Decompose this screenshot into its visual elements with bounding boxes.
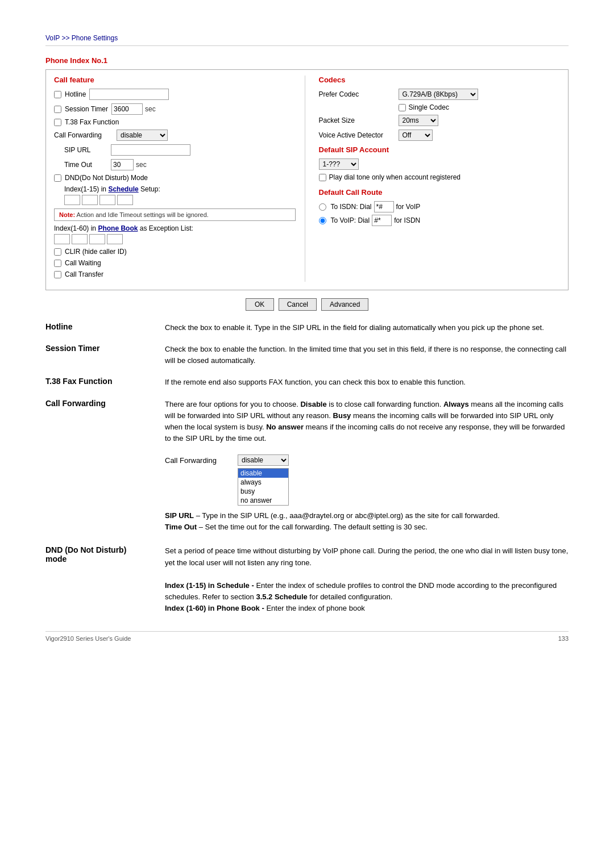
packet-size-label: Packet Size bbox=[319, 116, 399, 124]
help-dnd-desc: Set a period of peace time without distu… bbox=[165, 545, 569, 614]
session-timer-checkbox[interactable] bbox=[54, 106, 61, 113]
play-dial-label: Play dial tone only when account registe… bbox=[329, 173, 460, 181]
voice-active-row: Voice Active Detector Off On bbox=[319, 130, 561, 141]
help-session-timer-desc: Check the box to enable the function. In… bbox=[165, 344, 569, 366]
to-voip-radio[interactable] bbox=[319, 217, 326, 224]
footer-left: Vigor2910 Series User's Guide bbox=[45, 635, 131, 642]
ok-button[interactable]: OK bbox=[246, 298, 274, 311]
single-codec-label: Single Codec bbox=[409, 103, 449, 111]
help-t38-term: T.38 Fax Function bbox=[45, 377, 165, 388]
call-waiting-row: Call Waiting bbox=[54, 259, 296, 267]
phonebook-index-3[interactable] bbox=[89, 234, 105, 244]
cf-option-disable: disable bbox=[238, 469, 288, 478]
call-forwarding-select[interactable]: disable always busy no answer bbox=[117, 130, 168, 141]
to-voip-input[interactable] bbox=[372, 215, 392, 226]
voice-active-label: Voice Active Detector bbox=[319, 131, 399, 139]
cf-dropdown-label: Call Forwarding bbox=[165, 456, 233, 465]
help-hotline: Hotline Check the box to enable it. Type… bbox=[45, 322, 569, 333]
schedule-index-3[interactable] bbox=[99, 195, 115, 205]
sip-url-input[interactable] bbox=[111, 144, 190, 156]
section-title: Phone Index No.1 bbox=[45, 56, 569, 65]
call-waiting-checkbox[interactable] bbox=[54, 260, 61, 267]
main-panel: Call feature Hotline Session Timer sec T… bbox=[45, 69, 569, 290]
index-schedule-prefix: Index(1-15) in bbox=[64, 185, 106, 193]
play-dial-row: Play dial tone only when account registe… bbox=[319, 173, 561, 181]
phonebook-index-1[interactable] bbox=[54, 234, 70, 244]
help-hotline-term: Hotline bbox=[45, 322, 165, 333]
for-isdn-label: for ISDN bbox=[394, 216, 420, 224]
cf-dropdown-list: disable always busy no answer bbox=[238, 468, 289, 506]
help-session-timer: Session Timer Check the box to enable th… bbox=[45, 344, 569, 366]
single-codec-row: Single Codec bbox=[319, 103, 561, 111]
for-voip-label: for VoIP bbox=[396, 203, 421, 211]
packet-size-select[interactable]: 20ms 30ms 40ms bbox=[399, 115, 438, 126]
session-timer-input[interactable] bbox=[111, 103, 143, 115]
phonebook-link[interactable]: Phone Book bbox=[98, 224, 138, 232]
codecs-panel: Codecs Prefer Codec G.729A/B (8Kbps) G.7… bbox=[317, 76, 561, 282]
help-cf-sipurl: SIP URL – Type in the SIP URL (e.g., aaa… bbox=[165, 510, 569, 533]
timeout-row: Time Out sec bbox=[54, 159, 296, 170]
timeout-input[interactable] bbox=[111, 159, 134, 170]
t38-label: T.38 Fax Function bbox=[65, 118, 119, 126]
session-timer-label: Session Timer bbox=[65, 105, 108, 113]
to-isdn-input[interactable] bbox=[374, 201, 394, 212]
help-t38: T.38 Fax Function If the remote end also… bbox=[45, 377, 569, 388]
sip-account-select[interactable]: 1-??? bbox=[319, 158, 359, 170]
help-dnd: DND (Do Not Disturb)mode Set a period of… bbox=[45, 545, 569, 614]
advanced-button[interactable]: Advanced bbox=[321, 298, 368, 311]
hotline-checkbox[interactable] bbox=[54, 91, 61, 98]
t38-checkbox[interactable] bbox=[54, 119, 61, 126]
help-session-timer-term: Session Timer bbox=[45, 344, 165, 366]
breadcrumb: VoIP >> Phone Settings bbox=[45, 34, 569, 46]
timeout-unit: sec bbox=[136, 161, 147, 169]
sip-url-label: SIP URL bbox=[54, 146, 111, 154]
cancel-button[interactable]: Cancel bbox=[279, 298, 317, 311]
note-label: Note: bbox=[59, 211, 75, 218]
schedule-index-2[interactable] bbox=[82, 195, 98, 205]
phonebook-section: Index(1-60) in Phone Book as Exception L… bbox=[54, 224, 296, 244]
footer: Vigor2910 Series User's Guide 133 bbox=[45, 631, 569, 642]
play-dial-checkbox[interactable] bbox=[319, 174, 326, 181]
footer-right: 133 bbox=[558, 635, 569, 642]
hotline-row: Hotline bbox=[54, 89, 296, 100]
call-feature-panel: Call feature Hotline Session Timer sec T… bbox=[54, 76, 305, 282]
prefer-codec-label: Prefer Codec bbox=[319, 90, 399, 98]
hotline-input[interactable] bbox=[89, 89, 169, 100]
cf-inline-select[interactable]: disable always busy no answer bbox=[238, 454, 289, 466]
cf-dropdown-row: Call Forwarding disable always busy no a… bbox=[165, 454, 289, 466]
phonebook-index-4[interactable] bbox=[107, 234, 123, 244]
schedule-index-1[interactable] bbox=[64, 195, 80, 205]
prefer-codec-row: Prefer Codec G.729A/B (8Kbps) G.711A (64… bbox=[319, 89, 561, 100]
schedule-link[interactable]: Schedule bbox=[108, 185, 138, 193]
packet-size-row: Packet Size 20ms 30ms 40ms bbox=[319, 115, 561, 126]
call-transfer-checkbox[interactable] bbox=[54, 271, 61, 278]
call-forwarding-row: Call Forwarding disable always busy no a… bbox=[54, 130, 296, 141]
dnd-schedule-section: Index(1-15) in Schedule Setup: bbox=[54, 185, 296, 205]
session-timer-unit: sec bbox=[145, 105, 156, 113]
help-hotline-desc: Check the box to enable it. Type in the … bbox=[165, 322, 569, 333]
voice-active-select[interactable]: Off On bbox=[399, 130, 433, 141]
help-dnd-term: DND (Do Not Disturb)mode bbox=[45, 545, 165, 614]
setup-label: Setup: bbox=[140, 185, 160, 193]
single-codec-checkbox[interactable] bbox=[399, 104, 406, 111]
to-isdn-label: To ISDN: Dial bbox=[331, 203, 372, 211]
to-voip-row: To VoIP: Dial for ISDN bbox=[319, 215, 561, 226]
sip-url-row: SIP URL bbox=[54, 144, 296, 156]
dnd-row: DND(Do Not Disturb) Mode bbox=[54, 174, 296, 182]
note-box: Note: Action and Idle Timeout settings w… bbox=[54, 208, 296, 221]
to-isdn-radio[interactable] bbox=[319, 203, 326, 211]
clir-label: CLIR (hide caller ID) bbox=[65, 248, 127, 256]
clir-checkbox[interactable] bbox=[54, 248, 61, 256]
dnd-checkbox[interactable] bbox=[54, 174, 61, 182]
to-isdn-row: To ISDN: Dial for VoIP bbox=[319, 201, 561, 212]
call-transfer-label: Call Transfer bbox=[65, 270, 103, 278]
schedule-index-4[interactable] bbox=[117, 195, 133, 205]
help-call-forwarding: Call Forwarding There are four options f… bbox=[45, 399, 569, 536]
codecs-header: Codecs bbox=[319, 76, 561, 84]
prefer-codec-select[interactable]: G.729A/B (8Kbps) G.711A (64Kbps) G.711U … bbox=[399, 89, 478, 100]
phonebook-index-2[interactable] bbox=[72, 234, 88, 244]
call-forwarding-label: Call Forwarding bbox=[54, 131, 117, 139]
sip-account-header: Default SIP Account bbox=[319, 145, 561, 154]
exception-label: as Exception List: bbox=[140, 224, 193, 232]
buttons-row: OK Cancel Advanced bbox=[45, 298, 569, 311]
